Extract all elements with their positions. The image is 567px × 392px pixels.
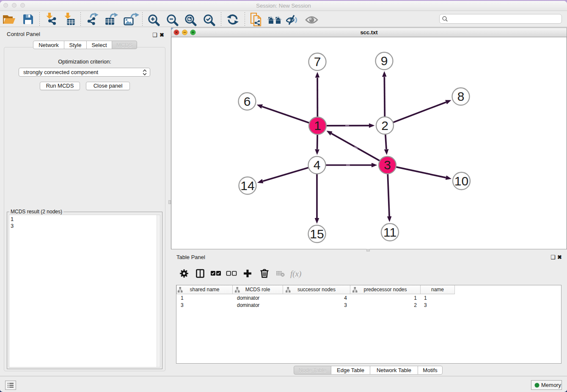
svg-text:10: 10 xyxy=(454,174,468,188)
svg-text:15: 15 xyxy=(310,227,324,241)
svg-text:4: 4 xyxy=(314,158,321,172)
svg-text:9: 9 xyxy=(381,54,388,68)
svg-text:11: 11 xyxy=(383,225,396,239)
svg-text:7: 7 xyxy=(314,55,321,69)
svg-text:14: 14 xyxy=(240,179,254,193)
svg-text:6: 6 xyxy=(244,94,251,108)
svg-text:1: 1 xyxy=(314,119,321,133)
svg-text:2: 2 xyxy=(381,119,388,133)
svg-text:8: 8 xyxy=(457,89,465,103)
svg-text:3: 3 xyxy=(384,158,391,172)
svg-text:f(x): f(x) xyxy=(290,269,301,279)
